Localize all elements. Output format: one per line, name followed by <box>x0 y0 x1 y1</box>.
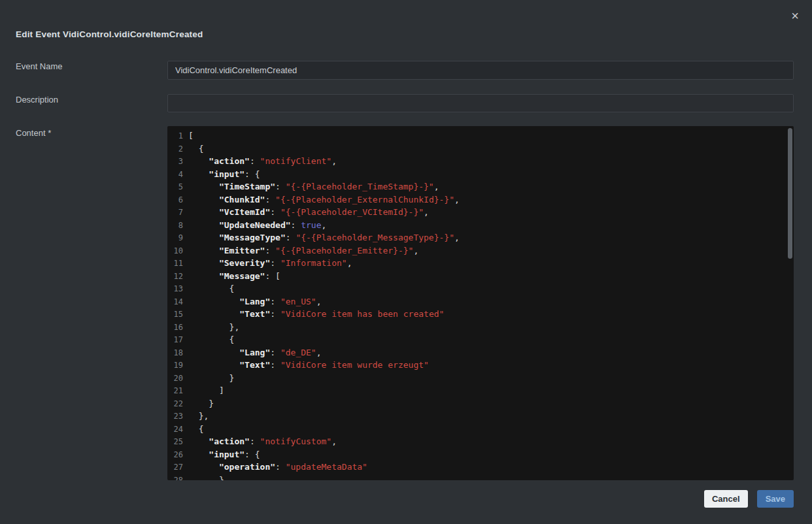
code-line: 26 "input": { <box>167 448 794 461</box>
code-line: 27 "operation": "updateMetaData" <box>167 461 794 474</box>
code-line: 22 } <box>167 397 794 410</box>
line-number: 2 <box>167 143 183 156</box>
event-name-label: Event Name <box>16 61 63 71</box>
line-number: 7 <box>167 206 183 220</box>
code-line: 3 "action": "notifyClient", <box>167 155 794 168</box>
line-number: 24 <box>167 423 183 436</box>
line-number: 9 <box>167 232 183 245</box>
line-number: 25 <box>167 436 183 449</box>
line-number: 4 <box>167 169 183 182</box>
line-number: 13 <box>167 283 183 296</box>
code-line: 17 { <box>167 333 794 346</box>
dialog-footer: Cancel Save <box>704 490 794 508</box>
code-line: 6 "ChunkId": "{-{Placeholder_ExternalChu… <box>167 193 794 206</box>
code-line: 28 } <box>167 474 794 481</box>
content-label: Content * <box>16 128 51 138</box>
dialog-title: Edit Event VidiControl.vidiCoreItemCreat… <box>16 29 203 39</box>
line-number: 8 <box>167 220 183 233</box>
code-line: 23 }, <box>167 410 794 423</box>
line-number: 18 <box>167 347 183 360</box>
line-number: 14 <box>167 296 183 309</box>
line-number: 28 <box>167 474 183 481</box>
close-icon[interactable]: × <box>791 9 799 22</box>
line-number: 3 <box>167 156 183 169</box>
description-input[interactable] <box>167 94 794 112</box>
line-number: 27 <box>167 461 183 474</box>
code-line: 16 }, <box>167 321 794 334</box>
cancel-button[interactable]: Cancel <box>704 490 748 508</box>
line-number: 26 <box>167 449 183 462</box>
line-number: 16 <box>167 321 183 335</box>
code-line: 21 ] <box>167 384 794 397</box>
code-line: 1[ <box>167 129 794 142</box>
code-line: 4 "input": { <box>167 168 794 181</box>
save-button[interactable]: Save <box>757 490 794 508</box>
line-number: 22 <box>167 398 183 411</box>
code-line: 9 "MessageType": "{-{Placeholder_Message… <box>167 231 794 244</box>
code-line: 25 "action": "notifyCustom", <box>167 435 794 448</box>
line-number: 15 <box>167 308 183 321</box>
content-code-editor[interactable]: 1[2 {3 "action": "notifyClient",4 "input… <box>167 126 794 480</box>
code-line: 7 "VcItemId": "{-{Placeholder_VCItemId}-… <box>167 206 794 219</box>
line-number: 20 <box>167 372 183 385</box>
editor-scrollbar[interactable] <box>788 128 792 259</box>
code-line: 19 "Text": "VidiCore item wurde erzeugt" <box>167 359 794 372</box>
code-line: 12 "Message": [ <box>167 270 794 283</box>
line-number: 17 <box>167 334 183 347</box>
code-line: 5 "TimeStamp": "{-{Placeholder_TimeStamp… <box>167 180 794 193</box>
code-line: 8 "UpdateNeeded": true, <box>167 219 794 232</box>
line-number: 1 <box>167 130 183 143</box>
code-line: 20 } <box>167 372 794 385</box>
code-line: 10 "Emitter": "{-{Placeholder_Emitter}-}… <box>167 244 794 257</box>
code-line: 2 { <box>167 142 794 156</box>
code-line: 15 "Text": "VidiCore item has been creat… <box>167 308 794 321</box>
code-lines: 1[2 {3 "action": "notifyClient",4 "input… <box>167 126 794 480</box>
code-line: 13 { <box>167 282 794 295</box>
line-number: 12 <box>167 270 183 284</box>
line-number: 6 <box>167 194 183 207</box>
code-line: 18 "Lang": "de_DE", <box>167 346 794 359</box>
code-line: 14 "Lang": "en_US", <box>167 295 794 308</box>
line-number: 10 <box>167 245 183 258</box>
line-number: 21 <box>167 385 183 398</box>
line-number: 19 <box>167 359 183 372</box>
code-line: 24 { <box>167 423 794 436</box>
description-label: Description <box>16 95 58 105</box>
line-number: 23 <box>167 410 183 423</box>
line-number: 5 <box>167 181 183 194</box>
event-name-input[interactable] <box>167 61 794 80</box>
line-number: 11 <box>167 257 183 270</box>
code-line: 11 "Severity": "Information", <box>167 257 794 270</box>
